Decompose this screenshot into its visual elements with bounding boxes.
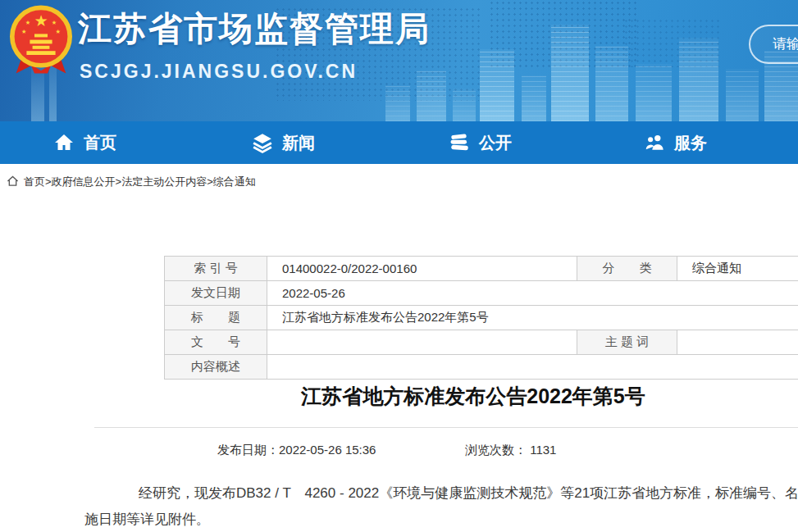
nav-item-label: 新闻	[282, 132, 315, 154]
building-silhouette	[453, 89, 476, 121]
building-silhouette	[595, 46, 628, 121]
building-silhouette	[679, 38, 718, 121]
home-icon	[53, 133, 75, 152]
table-row: 发文日期 2022-05-26	[165, 281, 798, 306]
title-label: 标 题	[165, 306, 267, 330]
site-title: 江苏省市场监督管理局	[78, 7, 431, 52]
svg-text:★: ★	[52, 19, 57, 26]
doc-number-label: 文 号	[165, 330, 267, 355]
article-title: 江苏省地方标准发布公告2022年第5号	[0, 383, 798, 410]
subject-label: 主 题 词	[577, 330, 677, 355]
building-silhouette	[522, 75, 546, 121]
summary-label: 内容概述	[165, 355, 267, 380]
svg-text:★: ★	[34, 12, 48, 30]
index-value: 01400022-0/2022-00160	[267, 257, 577, 281]
home-outline-icon	[7, 175, 19, 189]
title-value: 江苏省地方标准发布公告2022年第5号	[267, 306, 798, 330]
site-url: SCJGJ.JIANGSU.GOV.CN	[80, 61, 358, 83]
building-silhouette	[726, 69, 759, 121]
issue-date-value: 2022-05-26	[267, 281, 798, 306]
index-label: 索 引 号	[165, 257, 267, 281]
table-row: 文 号 主 题 词	[165, 330, 798, 355]
nav-item-disclosure[interactable]: 公开	[449, 121, 512, 164]
building-silhouette	[636, 64, 672, 121]
nav-item-label: 服务	[674, 132, 707, 154]
national-emblem-logo[interactable]: ★ ★ ★ ★ ★	[8, 5, 74, 82]
building-silhouette	[417, 70, 446, 121]
issue-date-label: 发文日期	[165, 281, 267, 306]
view-count: 浏览次数： 1131	[465, 443, 556, 458]
category-label: 分 类	[577, 257, 677, 281]
search-input[interactable]: 请输入	[749, 25, 798, 64]
breadcrumb-path[interactable]: 首页>政府信息公开>法定主动公开内容>综合通知	[24, 175, 256, 189]
article-body-line-2: 施日期等详见附件。	[84, 510, 798, 529]
table-row: 索 引 号 01400022-0/2022-00160 分 类 综合通知	[165, 257, 798, 281]
doc-number-value	[267, 330, 577, 355]
nav-item-news[interactable]: 新闻	[252, 121, 315, 164]
nav-item-label: 首页	[84, 132, 116, 154]
svg-text:★: ★	[25, 19, 30, 26]
breadcrumb: 首页>政府信息公开>法定主动公开内容>综合通知	[7, 175, 256, 189]
nav-item-label: 公开	[479, 132, 512, 154]
disclosure-icon	[449, 132, 470, 153]
site-header: ★ ★ ★ ★ ★ 江苏省市场监督管理局 SCJGJ.JIANGSU.GOV.C…	[0, 0, 798, 121]
nav-item-service[interactable]: 服务	[644, 121, 707, 164]
service-icon	[644, 132, 665, 153]
table-row: 标 题 江苏省地方标准发布公告2022年第5号	[165, 306, 798, 330]
category-value: 综合通知	[677, 257, 798, 281]
table-row: 内容概述	[165, 355, 798, 380]
summary-value	[267, 355, 798, 380]
article-body-line-1: 经研究，现发布DB32 / T 4260 - 2022《环境与健康监测技术规范》…	[84, 484, 798, 502]
svg-text:★: ★	[21, 28, 26, 35]
publish-date: 发布日期：2022-05-26 15:36	[217, 443, 376, 458]
subject-value	[677, 330, 798, 355]
building-silhouette	[551, 25, 589, 121]
building-silhouette	[385, 85, 410, 121]
nav-item-home[interactable]: 首页	[53, 121, 116, 164]
svg-text:★: ★	[56, 28, 61, 35]
main-nav: 首页 新闻 公开	[0, 121, 798, 164]
divider	[94, 427, 798, 428]
document-info-table: 索 引 号 01400022-0/2022-00160 分 类 综合通知 发文日…	[164, 256, 798, 380]
news-icon	[252, 132, 273, 153]
building-silhouette	[480, 49, 514, 121]
